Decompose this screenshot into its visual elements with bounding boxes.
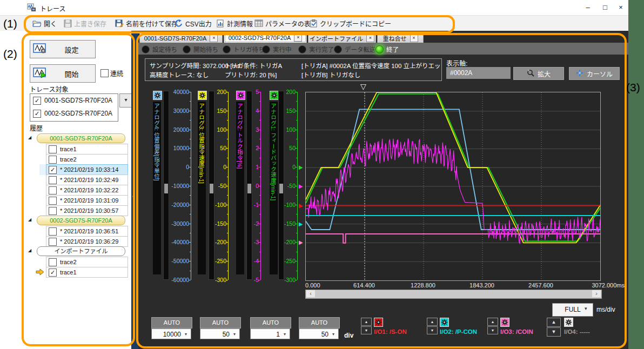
toolbar-clipboard-button[interactable]: クリップボードにコピー [307,17,393,29]
io4-down-button[interactable]: ▼ [547,327,561,337]
trace-target-row[interactable]: ✓0002-SGD7S-R70F20A [30,107,118,120]
trace-target-dropdown-button[interactable]: ▾ [119,93,132,108]
history-group-import-file[interactable]: インポートファイル [37,246,125,256]
start-button[interactable]: 開始 [30,64,96,83]
zero-marker-icon-io1-zero[interactable]: ▶ [299,202,303,208]
history-item[interactable]: ✓trace1 [46,267,128,278]
continuous-checkbox[interactable] [100,69,109,77]
panel-collapse-handle[interactable]: ‹ [131,31,138,349]
io4-up-button[interactable]: ▲ [547,318,561,327]
history-item[interactable]: * 2021/02/19 10:36:29 [46,236,128,247]
tab-close-icon[interactable]: × [366,34,374,42]
axis-tick-mark [258,242,260,243]
scroll-left-button[interactable]: ‹ [306,290,315,297]
io3-up-button[interactable]: ▲ [487,318,498,326]
history-item-checkbox[interactable] [49,145,57,153]
toolbar-button-label: クリップボードにコピー [320,19,391,28]
settings-button[interactable]: 設定 [30,40,96,58]
series-position-error [306,109,600,230]
io2-down-button[interactable]: ▼ [427,326,438,334]
io4-label: I/O4: ----- [564,328,590,335]
toolbar-save-as-button[interactable]: 名前を付けて保存 [113,17,180,29]
history-item-checkbox[interactable] [49,186,57,194]
io3-down-button[interactable]: ▼ [487,326,498,334]
history-item[interactable]: * 2021/02/19 10:32:22 [46,185,128,196]
status-label: 終了 [386,45,399,53]
io1-settings-gear-icon[interactable] [374,318,383,327]
toolbar-open-button[interactable]: 開く [30,17,59,29]
scale-auto-button-1[interactable]: AUTO [151,317,192,328]
zero-marker-icon-io2-zero[interactable]: ▶ [299,220,303,226]
io2-settings-gear-icon[interactable] [440,318,449,327]
trace-target-row[interactable]: ✓0001-SGD7S-R70F20A [30,94,118,107]
toolbar-save-button[interactable]: 上書き保存 [62,17,109,29]
zero-marker-icon-a1-zero[interactable]: ▶ [299,164,303,170]
history-item[interactable]: trace2 [46,154,128,165]
history-item[interactable]: trace1 [46,144,128,155]
plot-area[interactable] [305,92,601,281]
history-item-checkbox[interactable] [49,176,57,184]
scale-auto-button-4[interactable]: AUTO [299,317,340,328]
axis-a1-tick: -200 [272,239,296,245]
history-item-label: * 2021/02/19 10:30:57 [60,207,118,214]
io1-up-button[interactable]: ▲ [361,318,372,326]
horizontal-scrollbar[interactable]: ‹ › [305,290,602,299]
axis-tick-mark [295,148,297,149]
io1-down-button[interactable]: ▼ [361,326,372,334]
axis-a3-tick: -300 [203,277,226,283]
tab-close-icon[interactable]: × [410,34,418,42]
tab-close-icon[interactable]: × [210,34,218,42]
scale-auto-button-3[interactable]: AUTO [250,317,291,328]
tree-expander-icon[interactable]: ◢ [28,135,31,140]
crosshair-icon [576,69,583,78]
trigger-marker-icon[interactable]: ▽ [360,82,366,91]
io4-settings-gear-icon[interactable] [564,318,573,327]
status-トリガ待ち: トリガ待ち [223,45,265,53]
history-item-checkbox[interactable] [49,258,57,266]
tree-expander-icon[interactable]: ◢ [28,217,31,222]
history-group-0002-SGD7S-R70F20A[interactable]: 0002-SGD7S-R70F20A [37,216,125,225]
history-group-0001-SGD7S-R70F20A[interactable]: 0001-SGD7S-R70F20A [37,133,125,143]
history-item-checkbox[interactable] [49,227,57,236]
history-item[interactable]: * 2021/02/19 10:32:49 [46,174,128,185]
history-item-checkbox[interactable] [49,238,57,246]
history-item-checkbox[interactable] [49,156,57,164]
history-item-checkbox[interactable] [49,197,57,205]
io3-settings-gear-icon[interactable] [500,318,509,327]
tree-expander-icon[interactable]: ◢ [28,248,31,253]
display-axis-field[interactable]: #0002A [446,67,511,79]
toolbar-csv-button[interactable]: CSV出力 [172,17,214,29]
toolbar-measure-info-button[interactable]: 計測情報 [214,17,255,29]
minimize-button[interactable]: – [581,2,595,12]
magnifier-icon [527,69,534,78]
history-item[interactable]: * 2021/02/19 10:30:57 [46,205,128,216]
history-item[interactable]: ✓* 2021/02/19 10:33:14 [46,164,128,175]
history-item[interactable]: * 2021/02/19 10:31:09 [46,195,128,206]
axis-a4-settings-gear-icon[interactable] [153,91,162,100]
maximize-button[interactable]: □ [598,2,612,12]
zero-marker-icon-a2-zero[interactable]: ▶ [299,183,303,189]
history-item-checkbox[interactable] [49,207,57,215]
trace-target-list[interactable]: ✓0001-SGD7S-R70F20A✓0002-SGD7S-R70F20A [30,93,118,122]
trace-target-checkbox[interactable]: ✓ [33,110,41,118]
history-item[interactable]: * 2021/02/19 10:36:51 [46,226,128,237]
io2-up-button[interactable]: ▲ [427,318,438,326]
zoom-button[interactable]: 拡大 [513,67,564,80]
cursor-button[interactable]: カーソル [569,67,620,80]
tab-重ね合せ[interactable]: 重ね合せ× [377,32,424,43]
scale-auto-button-2[interactable]: AUTO [200,317,241,328]
tab-0001-SGD7S-R70F20A[interactable]: 0001-SGD7S-R70F20A× [139,32,223,43]
axis-minor-tick-mark [190,271,191,271]
history-item-checkbox[interactable]: ✓ [49,166,57,174]
scroll-right-button[interactable]: › [592,290,601,297]
tab-close-icon[interactable]: × [294,33,302,42]
tab-インポートファイル[interactable]: インポートファイル× [308,32,376,43]
zero-marker-icon-io3-zero[interactable]: ▶ [299,239,303,245]
history-item-checkbox[interactable]: ✓ [49,269,57,277]
trace-target-checkbox[interactable]: ✓ [33,97,41,105]
history-item[interactable]: trace2 [46,257,128,267]
tab-0002-SGD7S-R70F20A[interactable]: 0002-SGD7S-R70F20A× [224,31,307,43]
close-button[interactable]: × [614,2,628,12]
history-item-label: trace1 [60,146,77,152]
status-led-icon [142,45,150,53]
